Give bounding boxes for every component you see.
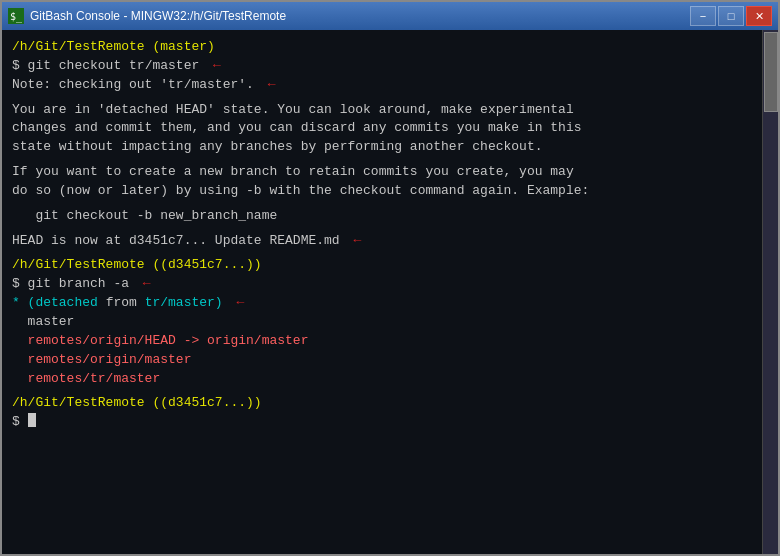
arrow-icon-2: ← [260,76,276,95]
line-text-2: changes and commit them, and you can dis… [12,119,750,138]
title-bar: $_ GitBash Console - MINGW32:/h/Git/Test… [2,2,778,30]
line-text-5: do so (now or later) by using -b with th… [12,182,750,201]
arrow-icon-4: ← [135,275,151,294]
app-icon: $_ [8,8,24,24]
line-detached: * (detached from tr/master) ← [12,294,750,313]
line-remote-origin-master: remotes/origin/master [12,351,750,370]
main-window: $_ GitBash Console - MINGW32:/h/Git/Test… [0,0,780,556]
line-note: Note: checking out 'tr/master'. ← [12,76,750,95]
line-head: HEAD is now at d3451c7... Update README.… [12,232,750,251]
svg-text:$_: $_ [10,11,23,23]
terminal-content: /h/Git/TestRemote (master) $ git checkou… [12,38,768,432]
line-path-1: /h/Git/TestRemote (master) [12,38,750,57]
line-cmd-branch: $ git branch -a ← [12,275,750,294]
line-text-4: If you want to create a new branch to re… [12,163,750,182]
line-prompt-cursor: $ [12,413,750,432]
line-branch-master: master [12,313,750,332]
cursor-block [28,413,36,427]
window-controls: − □ ✕ [690,6,772,26]
line-cmd-checkout: $ git checkout tr/master ← [12,57,750,76]
line-indent: git checkout -b new_branch_name [12,207,750,226]
line-text-3: state without impacting any branches by … [12,138,750,157]
line-path-3: /h/Git/TestRemote ((d3451c7...)) [12,394,750,413]
scrollbar-thumb[interactable] [764,32,778,112]
minimize-button[interactable]: − [690,6,716,26]
line-remote-head: remotes/origin/HEAD -> origin/master [12,332,750,351]
line-remote-tr-master: remotes/tr/master [12,370,750,389]
arrow-icon-1: ← [205,57,221,76]
arrow-icon-3: ← [346,232,362,251]
terminal-area[interactable]: /h/Git/TestRemote (master) $ git checkou… [2,30,778,554]
close-button[interactable]: ✕ [746,6,772,26]
line-text-1: You are in 'detached HEAD' state. You ca… [12,101,750,120]
window-title: GitBash Console - MINGW32:/h/Git/TestRem… [30,9,690,23]
arrow-icon-5: ← [229,294,245,313]
path-text: /h/Git/TestRemote (master) [12,38,215,57]
path-text-3: /h/Git/TestRemote ((d3451c7...)) [12,394,262,413]
path-text-2: /h/Git/TestRemote ((d3451c7...)) [12,256,262,275]
maximize-button[interactable]: □ [718,6,744,26]
line-path-2: /h/Git/TestRemote ((d3451c7...)) [12,256,750,275]
scrollbar[interactable] [762,30,778,554]
